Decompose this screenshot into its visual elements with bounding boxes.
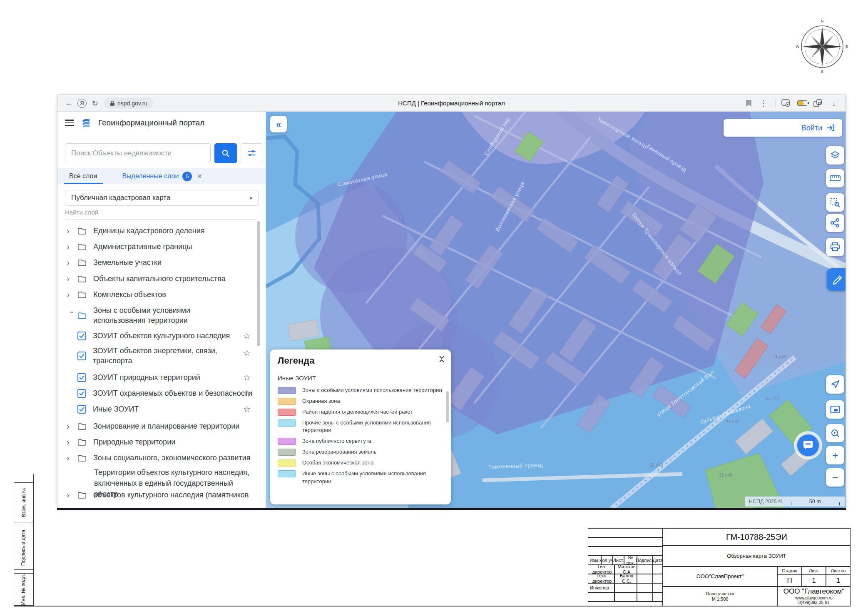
checkbox-checked[interactable] (77, 332, 86, 340)
tree-item[interactable]: › Административные границы (57, 240, 266, 253)
ruler-tool-button[interactable] (826, 169, 844, 187)
sheet: { "browser": { "url": "nspd.gov.ru", "ti… (0, 0, 868, 614)
svg-text:11 с49: 11 с49 (650, 462, 663, 467)
chevron-down-icon[interactable]: › (67, 311, 77, 322)
checkbox-checked[interactable] (77, 389, 86, 398)
svg-text:11 с45: 11 с45 (719, 472, 732, 477)
legend-scrollbar[interactable] (446, 391, 449, 422)
search-icon (221, 149, 230, 157)
tree-item-zouit-expanded[interactable]: › Зоны с особыми условиями использования… (57, 305, 266, 326)
layer-item[interactable]: ЗОУИТ объектов энергетики, связи, трансп… (57, 344, 266, 367)
selected-count-badge: 5 (182, 172, 192, 181)
tree-item[interactable]: › Зонирование и планирование территории (57, 420, 266, 432)
legend-item: Район падения отделяющихся частей ракет (278, 408, 443, 416)
search-input[interactable]: Поиск Объекты недвижимости (65, 143, 211, 163)
page-title: НСПД | Геоинформационный портал (398, 100, 505, 107)
sidebar-scrollbar[interactable] (257, 221, 260, 346)
close-icon[interactable]: × (197, 172, 202, 181)
address-bar[interactable]: nspd.gov.ru (104, 97, 153, 109)
layers-tabs: Все слои Выделенные слои 5 × (57, 168, 266, 184)
layers-tool-button[interactable] (826, 146, 844, 165)
layer-item[interactable]: Иные ЗОУИТ ☆ (57, 403, 266, 415)
menu-kebab-icon[interactable]: ⋮ (758, 97, 769, 109)
doc-number: ГМ-10788-25ЭИ (663, 528, 851, 546)
reload-icon[interactable]: ↻ (89, 97, 101, 109)
zoom-in-button[interactable]: + (826, 446, 844, 464)
legend-items: Зоны с особыми условиями использования т… (278, 387, 443, 485)
star-icon[interactable]: ☆ (243, 372, 251, 382)
company-cell: ООО "Главгеоком" www.glavgeocom.ru 8(499… (777, 587, 851, 606)
star-icon[interactable]: ☆ (243, 404, 251, 414)
layer-item[interactable]: ЗОУИТ природных территорий ☆ (57, 371, 266, 384)
pencil-map-icon (832, 274, 844, 285)
app-title: Геоинформационный портал (98, 118, 204, 127)
frame-cell-podpis: Подпись и дата (14, 526, 33, 570)
map-viewport[interactable]: Слободской пер. Самокатная улица Волочае… (266, 112, 846, 508)
tree-item[interactable]: › Зоны социального, экономического разви… (57, 452, 266, 464)
caret-down-icon: ▾ (249, 195, 252, 201)
chevron-right-icon[interactable]: › (67, 226, 77, 236)
checkbox-checked[interactable] (77, 373, 86, 382)
tree-item[interactable]: › Объекты капитального строительства (57, 272, 266, 285)
compass-n: N (821, 19, 824, 23)
collapse-sidebar-button[interactable]: « (270, 116, 287, 132)
legend-item: Иные зоны с особыми условиями использова… (278, 470, 443, 486)
back-icon[interactable]: ← (63, 97, 75, 109)
checkbox-checked[interactable] (77, 405, 86, 414)
battery-icon[interactable] (797, 100, 807, 106)
draw-tool-button-active[interactable] (827, 268, 846, 291)
svg-text:11 с50: 11 с50 (726, 419, 739, 424)
window-bottom-edge (57, 508, 846, 510)
divider (775, 99, 776, 107)
panorama-tool-button[interactable] (826, 400, 844, 419)
org-name: ООО"СлавПроект" (663, 567, 777, 587)
map-search-tool-button[interactable] (826, 424, 844, 442)
locate-tool-button[interactable] (826, 375, 844, 394)
browser-profile-icon[interactable]: Я (77, 99, 87, 108)
tree-item[interactable]: › Природные территории (57, 436, 266, 448)
screenshot-icon[interactable] (781, 99, 791, 107)
layer-item[interactable]: ЗОУИТ охраняемых объектов и безопасности… (57, 387, 266, 399)
tab-all-layers[interactable]: Все слои (69, 168, 97, 184)
extensions-icon[interactable] (813, 99, 822, 107)
folder-open-icon (77, 312, 87, 319)
svg-text:11 с58: 11 с58 (773, 354, 786, 359)
login-button[interactable]: Войти (724, 119, 842, 137)
sliders-icon (248, 150, 256, 157)
tree-item[interactable]: › Комплексы объектов (57, 288, 266, 301)
compass-rose: N S E W (795, 17, 849, 74)
star-icon[interactable]: ☆ (243, 331, 251, 341)
area-select-tool-button[interactable] (826, 193, 844, 212)
frame-left-line (33, 474, 34, 606)
browser-window: ← Я ↻ nspd.gov.ru НСПД | Геоинформационн… (57, 95, 846, 508)
legend-collapse-button[interactable] (438, 355, 445, 364)
layer-search-input[interactable]: Найти слой (65, 209, 257, 220)
legend-item: Особая экономическая зона (278, 459, 443, 467)
hamburger-menu-icon[interactable] (65, 120, 74, 126)
star-icon[interactable]: ☆ (243, 348, 251, 358)
print-tool-button[interactable] (826, 238, 844, 256)
layers-sidebar: Геоинформационный портал Поиск Объекты н… (57, 112, 266, 508)
browser-chrome: ← Я ↻ nspd.gov.ru НСПД | Геоинформационн… (57, 95, 846, 112)
bookmark-icon[interactable] (746, 100, 752, 107)
checkbox-checked[interactable] (77, 352, 86, 360)
tree-item[interactable]: › Единицы кадастрового деления (57, 225, 266, 237)
filter-button[interactable] (241, 143, 263, 163)
share-tool-button[interactable] (826, 214, 844, 232)
tree-item[interactable]: › Земельные участки (57, 256, 266, 269)
plan-cell: План участкаМ 1:500 (663, 587, 777, 606)
layer-item[interactable]: ЗОУИТ объектов культурного наследия ☆ (57, 329, 266, 342)
frame-cell-inv: Инв. № подл. (14, 573, 33, 606)
zoom-out-button[interactable]: − (826, 468, 844, 487)
frame-cell-vzam: Взам. инв.№ (14, 482, 33, 522)
tab-selected-layers[interactable]: Выделенные слои 5 × (122, 172, 202, 181)
login-icon (826, 124, 836, 132)
basemap-select[interactable]: Публичная кадастровая карта ▾ (65, 190, 259, 206)
chat-icon (803, 440, 813, 450)
tree-item-heritage[interactable]: › объектов культурного наследия (памятни… (57, 489, 266, 501)
star-icon[interactable]: ☆ (243, 388, 251, 398)
download-icon[interactable]: ↓ (828, 97, 840, 109)
chat-button[interactable] (794, 431, 822, 459)
legend-item: Зона резервирования земель (278, 448, 443, 456)
search-button[interactable] (214, 143, 237, 163)
